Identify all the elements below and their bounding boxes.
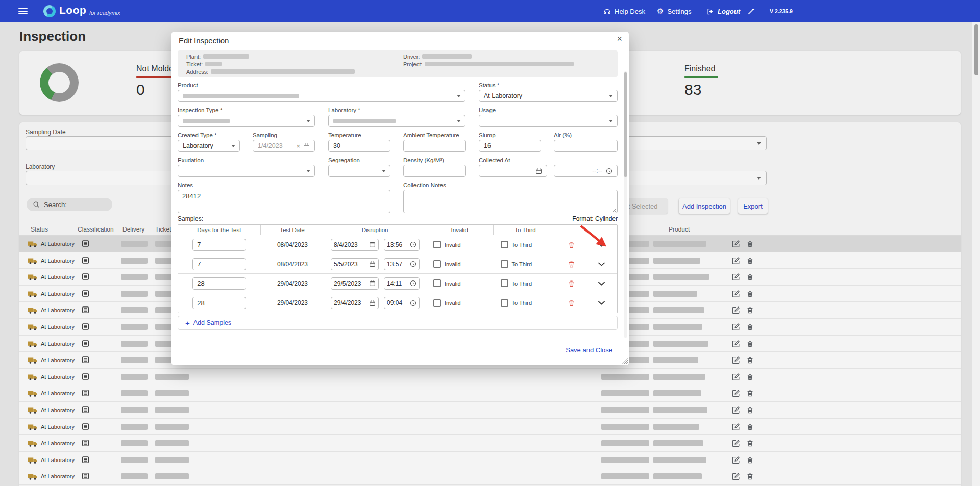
invalid-checkbox[interactable]: [433, 299, 441, 307]
modal-resize-handle[interactable]: [622, 358, 628, 364]
invalid-checkbox[interactable]: [433, 241, 441, 248]
to-third-checkbox-label: To Third: [512, 280, 532, 287]
delete-sample-icon[interactable]: [568, 279, 575, 288]
logo-subtitle: for readymix: [89, 10, 120, 16]
created-type-value: Laboratory: [183, 142, 213, 149]
collected-at-time-input[interactable]: --:--: [554, 165, 618, 177]
invalid-checkbox[interactable]: [433, 279, 441, 287]
clock-icon: [410, 261, 416, 267]
collected-at-time-field: --:--: [554, 165, 618, 177]
page-scrollbar[interactable]: [972, 22, 980, 486]
inspection-type-label: Inspection Type *: [178, 107, 315, 115]
notes-label: Notes: [178, 182, 390, 190]
disruption-date-input[interactable]: 8/4/2023: [331, 239, 379, 251]
driver-label: Driver:: [403, 54, 420, 60]
days-for-test-input[interactable]: 7: [192, 239, 246, 251]
ticket-info-box: Plant: Ticket: Address: Driver: Project:: [178, 50, 618, 77]
invalid-checkbox-label: Invalid: [445, 261, 461, 267]
gear-icon: ⚙: [657, 8, 664, 15]
collected-at-label: Collected At: [479, 157, 547, 165]
to-third-checkbox-label: To Third: [512, 242, 532, 248]
disruption-time-input[interactable]: 09:04: [384, 297, 420, 309]
save-and-close-button[interactable]: Save and Close: [566, 346, 612, 354]
expand-sample-chevron-icon[interactable]: [598, 301, 605, 305]
resize-handle-icon[interactable]: [611, 207, 616, 212]
to-third-checkbox[interactable]: [501, 260, 508, 268]
slump-input[interactable]: 16: [479, 140, 541, 152]
modal-scrollbar-thumb[interactable]: [624, 72, 627, 177]
to-third-checkbox[interactable]: [501, 299, 508, 307]
collected-at-date-input[interactable]: [479, 165, 547, 177]
invalid-checkbox[interactable]: [433, 260, 441, 268]
add-samples-button[interactable]: + Add Samples: [178, 316, 618, 330]
expand-sample-chevron-icon[interactable]: [598, 282, 605, 286]
disruption-time-input[interactable]: 13:56: [384, 239, 420, 251]
days-for-test-input[interactable]: 7: [192, 258, 246, 270]
temperature-input[interactable]: 30: [328, 140, 390, 152]
disruption-time-value: 14:11: [387, 280, 402, 287]
invalid-checkbox-label: Invalid: [445, 242, 461, 248]
settings-button[interactable]: ⚙ Settings: [657, 0, 691, 22]
close-icon[interactable]: ×: [617, 34, 622, 44]
usage-select[interactable]: [479, 115, 618, 127]
settings-label: Settings: [667, 8, 691, 15]
collection-notes-textarea[interactable]: [403, 190, 618, 213]
samples-header-actions: [557, 225, 585, 235]
clock-icon: [410, 300, 416, 306]
clock-icon: [410, 280, 416, 287]
segregation-select[interactable]: [328, 165, 390, 177]
ambient-temperature-input[interactable]: [403, 140, 466, 152]
address-info: Address:: [186, 69, 355, 74]
disruption-date-input[interactable]: 29/4/2023: [331, 297, 379, 309]
created-type-select[interactable]: Laboratory: [178, 140, 240, 152]
samples-header-disruption: Disruption: [324, 225, 426, 235]
theme-button[interactable]: [747, 0, 755, 22]
inspection-type-select[interactable]: [178, 115, 315, 127]
disruption-date-input[interactable]: 5/5/2023: [331, 258, 379, 270]
segregation-label: Segregation: [328, 157, 390, 165]
days-for-test-input[interactable]: 28: [192, 277, 246, 290]
notes-textarea[interactable]: 28412: [178, 190, 390, 213]
product-select[interactable]: [178, 90, 465, 102]
slump-field: Slump 16: [479, 132, 541, 152]
to-third-checkbox-label: To Third: [512, 300, 532, 306]
page-scrollbar-thumb[interactable]: [974, 24, 978, 75]
app-screen: Loop for readymix Help Desk ⚙ Settings L…: [0, 0, 980, 486]
temperature-label: Temperature: [328, 132, 390, 140]
laboratory-label: Laboratory *: [328, 107, 465, 115]
test-date-text: 29/04/2023: [277, 299, 308, 306]
product-field: Product: [178, 82, 465, 102]
laboratory-select[interactable]: [328, 115, 465, 127]
days-for-test-input[interactable]: 28: [192, 297, 246, 309]
delete-sample-icon[interactable]: [568, 260, 575, 268]
calendar-icon: [303, 143, 310, 149]
created-type-label: Created Type *: [178, 132, 240, 140]
delete-sample-icon[interactable]: [568, 241, 575, 249]
exudation-select[interactable]: [178, 165, 315, 177]
resize-handle-icon[interactable]: [384, 207, 389, 212]
density-input[interactable]: [403, 165, 466, 177]
status-select[interactable]: At Laboratory: [479, 90, 618, 102]
expand-sample-chevron-icon[interactable]: [598, 243, 605, 247]
to-third-checkbox[interactable]: [501, 241, 508, 248]
air-input[interactable]: [554, 140, 618, 152]
logout-label: Logout: [718, 8, 740, 15]
expand-sample-chevron-icon[interactable]: [598, 262, 605, 266]
clear-icon[interactable]: ×: [296, 142, 300, 150]
status-label: Status *: [479, 82, 618, 90]
temperature-value: 30: [333, 142, 340, 149]
logout-button[interactable]: Logout: [706, 0, 740, 22]
disruption-date-input[interactable]: 29/5/2023: [331, 277, 379, 290]
disruption-time-input[interactable]: 13:57: [384, 258, 420, 270]
address-label: Address:: [186, 69, 208, 75]
disruption-time-input[interactable]: 14:11: [384, 277, 420, 290]
help-desk-button[interactable]: Help Desk: [603, 0, 645, 22]
delete-sample-icon[interactable]: [568, 299, 575, 307]
to-third-checkbox[interactable]: [501, 279, 508, 287]
menu-icon[interactable]: [18, 8, 28, 14]
sampling-date-input[interactable]: 1/4/2023 ×: [253, 140, 315, 152]
calendar-icon: [369, 280, 376, 287]
navbar: Loop for readymix Help Desk ⚙ Settings L…: [0, 0, 980, 22]
logo-text: Loop: [59, 4, 86, 16]
sample-row: 7 08/04/2023 5/5/2023 13:57 Invalid: [178, 254, 617, 274]
